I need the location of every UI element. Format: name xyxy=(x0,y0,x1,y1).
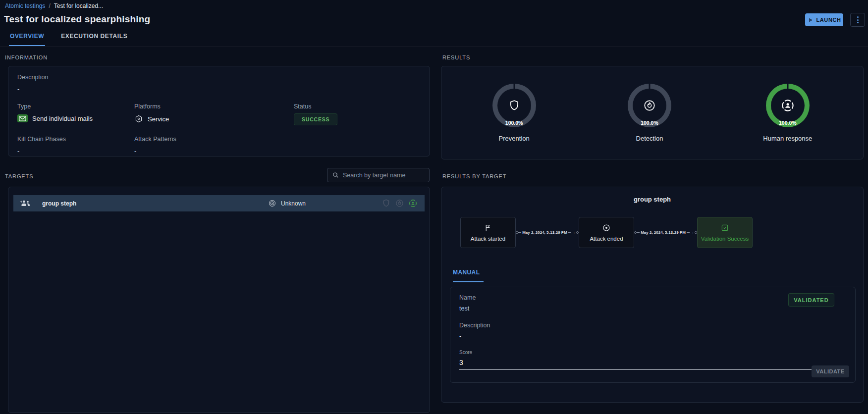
arrow-right-icon: → xyxy=(690,230,694,235)
human-response-icon xyxy=(780,98,795,113)
detection-icon xyxy=(643,99,656,112)
targets-panel: group steph Unknown xyxy=(8,187,430,413)
timeline-connector: May 2, 2024, 5:13:29 PM → xyxy=(516,230,579,235)
status-label: Status xyxy=(294,103,421,110)
description-field: Description - xyxy=(17,74,421,93)
detection-gauge: 100.0% Detection xyxy=(628,84,671,142)
score-label: Score xyxy=(459,350,846,355)
validated-badge: VALIDATED xyxy=(788,293,834,307)
results-panel: 100.0% Prevention 100.0% Detection 100.0… xyxy=(441,66,864,159)
search-icon xyxy=(332,171,339,179)
hexagon-icon xyxy=(134,114,143,123)
attack-patterns-label: Attack Patterns xyxy=(134,136,294,143)
tab-execution-details[interactable]: EXECUTION DETAILS xyxy=(60,33,128,46)
play-icon xyxy=(807,17,814,23)
human-response-label: Human response xyxy=(763,135,812,142)
target-icon xyxy=(602,223,611,232)
status-badge: SUCCESS xyxy=(294,113,337,125)
expectation-description-value: - xyxy=(459,333,846,340)
page-title: Test for localized spearphishing xyxy=(4,14,150,25)
detection-label: Detection xyxy=(636,135,663,142)
information-section-title: INFORMATION xyxy=(5,54,48,60)
expectation-name-value: test xyxy=(459,305,846,312)
results-by-target-section-title: RESULTS BY TARGET xyxy=(442,173,506,179)
timeline-step-label: Attack ended xyxy=(590,236,623,242)
attack-patterns-field: Attack Patterns - xyxy=(134,136,294,155)
target-result-label: Unknown xyxy=(281,200,306,207)
results-by-target-group-title: group steph xyxy=(441,196,863,203)
tab-bar-divider xyxy=(0,47,868,47)
results-section-title: RESULTS xyxy=(442,54,470,60)
type-label: Type xyxy=(17,103,134,110)
information-panel: Description - Type Send individual mails… xyxy=(8,66,430,156)
kill-chain-field: Kill Chain Phases - xyxy=(17,136,134,155)
human-response-score: 100.0% xyxy=(779,120,797,126)
human-response-icon xyxy=(408,199,418,208)
timeline-date: May 2, 2024, 5:13:29 PM xyxy=(641,230,686,235)
timeline-step-attack-ended: Attack ended xyxy=(579,217,634,248)
description-value: - xyxy=(17,85,421,93)
timeline-step-attack-started: Attack started xyxy=(460,217,516,248)
prevention-label: Prevention xyxy=(499,135,530,142)
prevention-gauge: 100.0% Prevention xyxy=(492,84,536,142)
timeline-date: May 2, 2024, 5:13:29 PM xyxy=(522,230,567,235)
target-row[interactable]: group steph Unknown xyxy=(13,195,425,211)
targets-section-title: TARGETS xyxy=(5,173,33,179)
timeline-step-label: Attack started xyxy=(471,236,505,242)
validate-button[interactable]: VALIDATE xyxy=(812,365,849,377)
arrow-right-icon: → xyxy=(571,230,576,235)
type-field: Type Send individual mails xyxy=(17,103,134,125)
results-by-target-panel: group steph Attack started May 2, 2024, … xyxy=(441,187,864,403)
concentric-circles-icon xyxy=(268,199,276,207)
detection-score: 100.0% xyxy=(641,120,658,126)
launch-button-label: LAUNCH xyxy=(816,17,841,23)
platforms-label: Platforms xyxy=(134,103,294,110)
score-input[interactable] xyxy=(459,356,846,370)
shield-icon xyxy=(508,99,521,112)
type-value: Send individual mails xyxy=(32,115,93,122)
detection-icon xyxy=(395,199,404,208)
breadcrumb-atomic-testings-link[interactable]: Atomic testings xyxy=(5,2,45,9)
timeline-step-validation-success: Validation Success xyxy=(697,217,753,248)
mail-icon xyxy=(17,114,28,122)
platforms-field: Platforms Service xyxy=(134,103,294,125)
expectation-description-label: Description xyxy=(459,322,846,329)
launch-button[interactable]: LAUNCH xyxy=(805,13,843,26)
target-name: group steph xyxy=(42,200,76,207)
kill-chain-label: Kill Chain Phases xyxy=(17,136,134,143)
prevention-score: 100.0% xyxy=(505,120,523,126)
breadcrumb-current: Test for localized... xyxy=(54,2,103,9)
shield-icon xyxy=(381,199,391,208)
tab-overview[interactable]: OVERVIEW xyxy=(9,33,45,46)
breadcrumb: Atomic testings / Test for localized... xyxy=(5,2,103,9)
breadcrumb-separator: / xyxy=(49,2,50,9)
description-label: Description xyxy=(17,74,421,81)
target-search xyxy=(327,168,430,182)
tab-bar: OVERVIEW EXECUTION DETAILS xyxy=(9,33,128,46)
group-icon xyxy=(20,200,31,207)
expectation-card: Name test VALIDATED Description - Score … xyxy=(450,287,856,383)
tab-manual[interactable]: MANUAL xyxy=(453,269,484,282)
validation-icon xyxy=(720,223,729,232)
timeline-step-label: Validation Success xyxy=(701,236,749,242)
status-field: Status SUCCESS xyxy=(294,103,421,125)
more-options-button[interactable] xyxy=(850,13,865,27)
attack-patterns-value: - xyxy=(134,147,294,155)
human-response-gauge: 100.0% Human response xyxy=(763,84,812,142)
timeline-connector: May 2, 2024, 5:13:29 PM → xyxy=(634,230,697,235)
flag-icon xyxy=(484,223,492,232)
target-search-input[interactable] xyxy=(343,172,425,179)
kill-chain-value: - xyxy=(17,147,134,155)
platforms-value: Service xyxy=(148,115,169,123)
attack-timeline: Attack started May 2, 2024, 5:13:29 PM →… xyxy=(460,217,753,248)
